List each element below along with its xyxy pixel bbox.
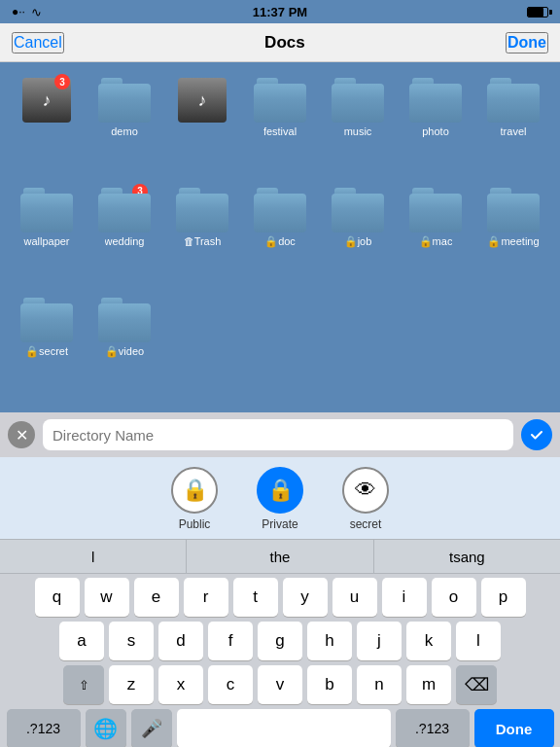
key-t[interactable]: t	[233, 578, 278, 617]
privacy-option-public[interactable]: 🔒Public	[171, 467, 218, 531]
shift-key[interactable]: ⇧	[63, 665, 104, 704]
signal-icon: ●∙∙	[12, 5, 25, 18]
music-file-icon: ♪	[178, 78, 227, 123]
folder-icon	[487, 188, 540, 232]
file-item[interactable]: 3♪	[8, 72, 86, 182]
key-c[interactable]: c	[208, 665, 253, 704]
file-label: 🗑Trash	[184, 235, 222, 247]
delete-key[interactable]: ⌫	[456, 665, 497, 704]
file-item[interactable]: 🔒secret	[8, 292, 86, 403]
file-item[interactable]: demo	[86, 72, 163, 182]
battery-icon	[527, 7, 548, 18]
directory-name-input[interactable]	[43, 419, 513, 450]
key-x[interactable]: x	[158, 665, 203, 704]
key-p[interactable]: p	[481, 578, 526, 617]
key-e[interactable]: e	[134, 578, 179, 617]
cancel-button[interactable]: Cancel	[12, 32, 64, 53]
privacy-option-secret[interactable]: 👁secret	[342, 467, 389, 531]
file-item[interactable]: 🗑Trash	[163, 182, 241, 293]
privacy-icon-private: 🔒	[257, 467, 303, 514]
folder-icon	[409, 78, 462, 123]
file-label: 🔒meeting	[487, 235, 539, 248]
folder-icon	[176, 188, 228, 232]
folder-icon	[254, 78, 306, 123]
file-label: music	[344, 125, 372, 137]
key-n[interactable]: n	[357, 665, 402, 704]
folder-icon	[20, 298, 73, 342]
key-r[interactable]: r	[184, 578, 228, 617]
battery-area	[527, 7, 548, 18]
file-label: 🔒mac	[419, 235, 453, 248]
autocomplete-suggestion[interactable]: tsang	[374, 540, 560, 573]
key-v[interactable]: v	[258, 665, 302, 704]
status-time: 11:37 PM	[253, 5, 307, 19]
numbers-key[interactable]: .?123	[7, 709, 81, 747]
keyboard-done-key[interactable]: Done	[474, 709, 554, 747]
folder-icon	[20, 188, 73, 232]
mic-key[interactable]: 🎤	[131, 709, 172, 747]
key-i[interactable]: i	[382, 578, 427, 617]
key-z[interactable]: z	[109, 665, 154, 704]
folder-icon	[254, 188, 306, 232]
confirm-input-button[interactable]	[521, 419, 552, 450]
done-button[interactable]: Done	[506, 32, 548, 53]
folder-icon	[487, 78, 540, 123]
space-key[interactable]	[177, 709, 391, 747]
privacy-label-secret: secret	[350, 517, 382, 531]
nav-bar: Cancel Docs Done	[0, 23, 560, 62]
clear-input-button[interactable]: ✕	[8, 421, 35, 448]
key-d[interactable]: d	[158, 622, 203, 660]
keyboard: qwertyuiop asdfghjkl ⇧zxcvbnm⌫ .?123🌐🎤.?…	[0, 574, 560, 747]
privacy-icon-secret: 👁	[342, 467, 389, 514]
file-item[interactable]: music	[319, 72, 397, 182]
key-j[interactable]: j	[357, 622, 402, 660]
key-q[interactable]: q	[35, 578, 80, 617]
folder-icon	[98, 298, 151, 342]
key-f[interactable]: f	[208, 622, 253, 660]
key-w[interactable]: w	[85, 578, 129, 617]
page-title: Docs	[264, 33, 305, 53]
keyboard-row-4: .?123🌐🎤.?123Done	[2, 709, 558, 747]
key-o[interactable]: o	[432, 578, 476, 617]
key-u[interactable]: u	[332, 578, 377, 617]
file-label: photo	[422, 125, 449, 137]
file-label: 🔒doc	[264, 235, 296, 248]
numbers-key-2[interactable]: .?123	[396, 709, 470, 747]
svg-point-0	[528, 426, 545, 444]
privacy-label-private: Private	[262, 517, 298, 531]
key-m[interactable]: m	[406, 665, 451, 704]
key-y[interactable]: y	[283, 578, 328, 617]
privacy-option-private[interactable]: 🔒Private	[257, 467, 303, 531]
file-item[interactable]: 🔒job	[319, 182, 397, 293]
key-l[interactable]: l	[456, 622, 501, 660]
key-s[interactable]: s	[109, 622, 154, 660]
file-label: 🔒secret	[25, 345, 68, 358]
autocomplete-suggestion[interactable]: the	[187, 540, 373, 573]
file-item[interactable]: ♪	[163, 72, 241, 182]
key-a[interactable]: a	[59, 622, 104, 660]
key-b[interactable]: b	[307, 665, 352, 704]
file-item[interactable]: travel	[474, 72, 552, 182]
autocomplete-suggestion[interactable]: l	[0, 540, 187, 573]
file-item[interactable]: festival	[241, 72, 319, 182]
key-g[interactable]: g	[258, 622, 302, 660]
file-grid: 3♪demo♪festivalmusicphototravelwallpaper…	[0, 62, 560, 412]
privacy-bar: 🔒Public🔒Private👁secret	[0, 457, 560, 539]
status-left: ●∙∙ ∿	[12, 5, 42, 19]
key-h[interactable]: h	[307, 622, 352, 660]
file-label: wedding	[105, 235, 145, 247]
file-label: 🔒job	[344, 235, 372, 248]
file-item[interactable]: photo	[397, 72, 474, 182]
folder-icon	[98, 78, 151, 123]
battery-fill	[528, 8, 543, 17]
file-item[interactable]: 🔒meeting	[474, 182, 552, 293]
file-item[interactable]: 🔒doc	[241, 182, 319, 293]
file-item[interactable]: 🔒video	[86, 292, 163, 403]
file-item[interactable]: 🔒mac	[397, 182, 474, 293]
file-item[interactable]: wallpaper	[8, 182, 86, 293]
key-k[interactable]: k	[406, 622, 451, 660]
file-item[interactable]: 3wedding	[86, 182, 163, 293]
folder-icon	[98, 188, 151, 232]
autocomplete-bar: lthetsang	[0, 539, 560, 574]
globe-key[interactable]: 🌐	[86, 709, 126, 747]
